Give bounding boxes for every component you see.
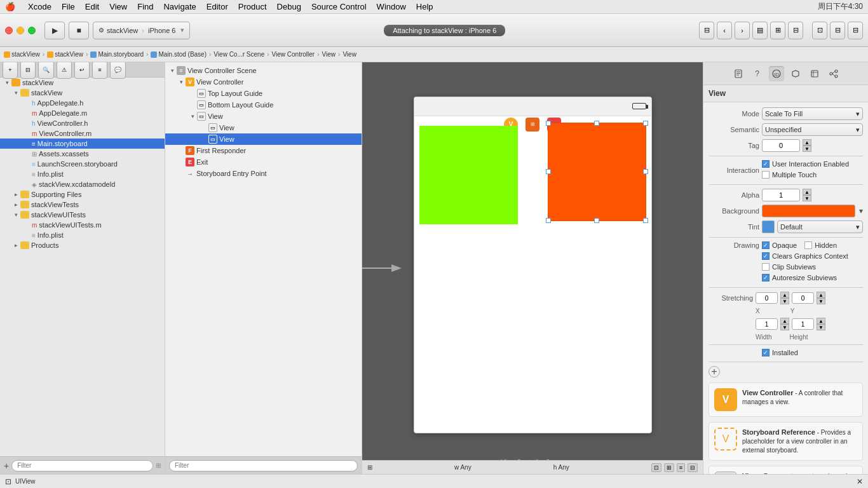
utilities-button[interactable]: ⊟ [848,22,863,39]
sidebar-item-uitests-plist[interactable]: ≡ Info.plist [0,230,165,240]
sidebar-item-mainstoryboard[interactable]: ≡ Main.storyboard [0,139,165,149]
menu-source-control[interactable]: Source Control [311,2,367,11]
alpha-input[interactable] [762,189,800,201]
outline-item-top-layout[interactable]: ▭ Top Layout Guide [165,88,362,99]
y-increment[interactable]: ▲ [817,292,825,298]
sidebar-search-button[interactable]: 🔍 [38,62,54,79]
minimize-button[interactable] [17,27,24,34]
menu-editor[interactable]: Editor [207,2,228,11]
sidebar-item-viewcontroller-h[interactable]: h ViewController.h [0,118,165,128]
editor-assistant-button[interactable]: ⊞ [770,22,785,39]
canvas-layout-btn-1[interactable]: ⊡ [651,463,661,472]
sidebar-item-appdelegate-h[interactable]: h AppDelegate.h [0,98,165,108]
apple-menu[interactable]: 🍎 [5,2,15,11]
debug-area-button[interactable]: ⊟ [830,22,845,39]
stretching-w-input[interactable] [756,318,778,330]
sidebar-item-assets[interactable]: ⊞ Assets.xcassets [0,149,165,159]
breadcrumb-item-5[interactable]: View Controller [272,51,315,58]
sidebar-item-stackview[interactable]: ▾ stackView [0,88,165,98]
tab-quick-help[interactable]: ? [750,66,765,81]
resize-handle-mb[interactable] [594,218,599,223]
canvas-layout-btn-3[interactable]: ≡ [677,463,685,472]
breadcrumb-item-0[interactable]: stackView [4,51,40,58]
outline-item-exit[interactable]: E Exit [165,156,362,168]
user-interaction-checkbox[interactable]: ✓ [762,160,770,168]
alpha-increment[interactable]: ▲ [803,189,811,195]
menu-file[interactable]: File [62,2,75,11]
sidebar-add-button[interactable]: + [3,62,18,79]
menu-xcode[interactable]: Xcode [28,2,51,11]
sidebar-item-appdelegate-m[interactable]: m AppDelegate.m [0,108,165,118]
tag-input[interactable] [762,139,800,152]
stretching-x-input[interactable] [756,292,778,304]
menu-navigate[interactable]: Navigate [163,2,196,11]
sidebar-item-info-plist[interactable]: ≡ Info.plist [0,169,165,179]
outline-item-view-parent[interactable]: ▾ ▭ View [165,111,362,122]
tab-attributes[interactable] [788,66,803,81]
ib-icon-2[interactable]: ⊞ [526,118,539,132]
sidebar-item-stackviewuitests[interactable]: ▾ stackViewUITests [0,210,165,220]
stretching-h-input[interactable] [792,318,814,330]
resize-handle-bl[interactable] [546,218,551,223]
editor-standard-button[interactable]: ▤ [752,22,768,39]
back-button[interactable]: ‹ [717,22,732,39]
w-decrement[interactable]: ▼ [780,324,789,330]
menu-window[interactable]: Window [377,2,406,11]
sidebar-filter-input[interactable] [11,460,153,471]
sidebar-issues-button[interactable]: ≡ [92,62,107,79]
sidebar-filter-button[interactable]: ⊟ [20,62,36,79]
sidebar-item-root[interactable]: ▾ stackView [0,78,165,88]
outline-item-scene[interactable]: ▾ ≡ View Controller Scene [165,65,362,76]
x-increment[interactable]: ▲ [780,292,789,298]
clip-subviews-checkbox[interactable] [762,263,770,271]
tab-file[interactable] [731,66,746,81]
run-button[interactable]: ▶ [44,22,65,39]
w-increment[interactable]: ▲ [780,318,789,324]
menu-edit[interactable]: Edit [85,2,99,11]
breadcrumb-item-1[interactable]: stackView [47,51,83,58]
sidebar-item-viewcontroller-m[interactable]: m ViewController.m [0,128,165,139]
menu-help[interactable]: Help [416,2,433,11]
outline-item-view-selected[interactable]: ▭ View [165,133,362,145]
sidebar-item-uitests-m[interactable]: m stackViewUITests.m [0,220,165,230]
h-increment[interactable]: ▲ [817,318,825,324]
breadcrumb-item-2[interactable]: Main.storyboard [90,51,144,58]
outline-item-view-child1[interactable]: ▭ View [165,122,362,133]
tab-connections[interactable] [826,66,841,81]
breadcrumb-item-3[interactable]: Main.stod (Base) [151,51,207,58]
breadcrumb-item-4[interactable]: View Co...r Scene [214,51,264,58]
hidden-checkbox[interactable] [804,241,812,249]
resize-handle-br[interactable] [643,218,648,223]
tab-identity[interactable]: ID [769,66,784,81]
outline-item-first-responder[interactable]: F First Responder [165,145,362,156]
sidebar-warning-button[interactable]: ⚠ [57,62,72,79]
tab-size[interactable] [807,66,822,81]
breadcrumb-item-6[interactable]: View [322,51,336,58]
background-dropdown[interactable]: ▾ [859,207,863,215]
toggle-panel-button[interactable]: ⊡ [5,477,11,486]
resize-handle-tr[interactable] [643,121,648,126]
sidebar-report-button[interactable]: 💬 [110,62,126,79]
menu-view[interactable]: View [109,2,127,11]
background-color-swatch[interactable] [762,205,855,217]
clears-graphics-checkbox[interactable]: ✓ [762,252,770,260]
orange-view[interactable] [548,123,646,221]
resize-handle-ml[interactable] [546,169,551,174]
add-constraint-button[interactable]: + [709,366,720,377]
y-decrement[interactable]: ▼ [817,298,825,304]
h-decrement[interactable]: ▼ [817,324,825,330]
menu-find[interactable]: Find [137,2,153,11]
alpha-decrement[interactable]: ▼ [803,195,811,201]
sidebar-item-xcdatamodeld[interactable]: ◈ stackView.xcdatamodeld [0,179,165,189]
fullscreen-button[interactable] [28,27,36,34]
tag-decrement[interactable]: ▼ [803,146,811,152]
tint-color-swatch[interactable] [762,220,775,233]
opaque-checkbox[interactable]: ✓ [762,241,770,249]
sidebar-item-products[interactable]: ▸ Products [0,240,165,250]
green-view[interactable] [419,126,518,224]
mode-select[interactable]: Scale To Fill ▾ [762,107,863,120]
menu-debug[interactable]: Debug [277,2,301,11]
outline-item-bottom-layout[interactable]: ▭ Bottom Layout Guide [165,99,362,111]
outline-item-vc[interactable]: ▾ V View Controller [165,76,362,88]
canvas-layout-btn-2[interactable]: ⊞ [664,463,674,472]
